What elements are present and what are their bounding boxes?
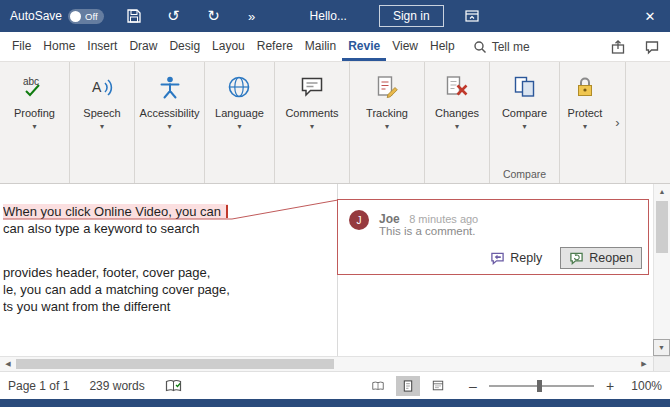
tab-review[interactable]: Revie bbox=[342, 32, 386, 61]
zoom-level[interactable]: 100% bbox=[626, 379, 662, 393]
status-bar: Page 1 of 1 239 words – + 100% bbox=[0, 371, 670, 399]
comments-panel-button[interactable] bbox=[644, 39, 660, 55]
comments-label: Comments bbox=[285, 107, 338, 119]
compare-button[interactable]: Compare ▾ bbox=[500, 62, 549, 131]
compare-icon bbox=[512, 74, 538, 100]
tell-me-box[interactable]: Tell me bbox=[473, 32, 530, 61]
comment-bubble-icon bbox=[644, 39, 660, 55]
vertical-scrollbar-thumb[interactable] bbox=[656, 201, 668, 253]
changes-button[interactable]: Changes ▾ bbox=[433, 62, 481, 131]
tab-draw[interactable]: Draw bbox=[123, 32, 163, 61]
dropdown-arrow-icon: ▾ bbox=[385, 122, 389, 131]
share-icon bbox=[610, 39, 626, 55]
comment-card[interactable]: J Joe 8 minutes ago This is a comment. R… bbox=[337, 199, 649, 275]
close-button[interactable]: ✕ bbox=[636, 0, 664, 32]
svg-text:abc: abc bbox=[23, 76, 39, 87]
accessibility-button[interactable]: Accessibility ▾ bbox=[138, 62, 202, 131]
tab-design[interactable]: Desig bbox=[163, 32, 206, 61]
avatar-initial: J bbox=[357, 215, 362, 226]
scroll-up-icon[interactable]: ▲ bbox=[654, 184, 670, 200]
ribbon-group-comments: Comments ▾ bbox=[275, 62, 350, 183]
page-indicator[interactable]: Page 1 of 1 bbox=[8, 379, 69, 393]
speech-label: Speech bbox=[83, 107, 120, 119]
ribbon-group-accessibility: Accessibility ▾ bbox=[135, 62, 205, 183]
tab-layout[interactable]: Layou bbox=[206, 32, 251, 61]
window-bottom-edge bbox=[0, 399, 670, 407]
zoom-slider-thumb[interactable] bbox=[537, 380, 542, 392]
save-button[interactable] bbox=[120, 0, 148, 32]
ribbon-group-compare: Compare ▾ Compare bbox=[490, 62, 560, 183]
speech-button[interactable]: A Speech ▾ bbox=[81, 62, 122, 131]
compare-label: Compare bbox=[502, 107, 547, 119]
horizontal-scrollbar-thumb[interactable] bbox=[16, 359, 334, 369]
tracking-label: Tracking bbox=[366, 107, 408, 119]
undo-button[interactable]: ↺ bbox=[160, 0, 188, 32]
protect-lock-icon bbox=[572, 74, 598, 100]
ribbon-group-speech: A Speech ▾ bbox=[70, 62, 135, 183]
ribbon-group-proofing: abc Proofing ▾ bbox=[0, 62, 70, 183]
document-line: When you click Online Video, you can bbox=[3, 203, 337, 220]
autosave-label: AutoSave bbox=[10, 9, 62, 23]
reply-icon bbox=[490, 251, 505, 265]
read-mode-button[interactable] bbox=[366, 376, 390, 396]
commented-text-highlight: When you click Online Video, you can bbox=[3, 204, 228, 219]
tab-home[interactable]: Home bbox=[37, 32, 81, 61]
comment-actions: Reply Reopen bbox=[482, 247, 642, 269]
search-icon bbox=[473, 40, 487, 54]
autosave-switch[interactable]: Off bbox=[68, 9, 104, 24]
protect-label: Protect bbox=[568, 107, 603, 119]
zoom-in-button[interactable]: + bbox=[603, 378, 617, 394]
chevron-right-icon: › bbox=[615, 115, 619, 130]
scroll-left-icon[interactable]: ◀ bbox=[0, 357, 16, 371]
ribbon-tab-row: File Home Insert Draw Desig Layou Refere… bbox=[0, 32, 670, 62]
document-canvas[interactable]: When you click Online Video, you can can… bbox=[0, 184, 337, 356]
scrollbar-corner bbox=[653, 357, 670, 371]
scroll-down-icon[interactable]: ▼ bbox=[653, 339, 670, 356]
proofing-button[interactable]: abc Proofing ▾ bbox=[12, 62, 57, 131]
horizontal-scrollbar[interactable]: ◀ ▶ bbox=[0, 356, 670, 371]
tracking-button[interactable]: Tracking ▾ bbox=[364, 62, 410, 131]
document-line: ts you want from the different bbox=[3, 298, 337, 315]
redo-button[interactable]: ↻ bbox=[200, 0, 228, 32]
tracking-icon bbox=[374, 74, 400, 100]
zoom-slider[interactable] bbox=[489, 385, 594, 387]
close-icon: ✕ bbox=[645, 9, 656, 24]
proofing-status-button[interactable] bbox=[165, 379, 182, 393]
autosave-toggle[interactable]: AutoSave Off bbox=[10, 9, 104, 24]
web-layout-button[interactable] bbox=[426, 376, 450, 396]
comments-button[interactable]: Comments ▾ bbox=[283, 62, 340, 131]
ribbon-display-options-button[interactable] bbox=[458, 0, 486, 32]
zoom-out-button[interactable]: – bbox=[466, 378, 480, 394]
reply-label: Reply bbox=[510, 251, 542, 265]
print-layout-button[interactable] bbox=[396, 376, 420, 396]
tab-insert[interactable]: Insert bbox=[81, 32, 123, 61]
proofing-icon: abc bbox=[21, 74, 47, 100]
ribbon-review: abc Proofing ▾ A Speech ▾ Accessibility … bbox=[0, 62, 670, 184]
sign-in-button[interactable]: Sign in bbox=[379, 5, 444, 27]
language-icon bbox=[226, 74, 252, 100]
language-label: Language bbox=[215, 107, 264, 119]
quick-access-overflow-button[interactable]: » bbox=[238, 0, 266, 32]
changes-icon bbox=[444, 74, 470, 100]
tab-references[interactable]: Refere bbox=[251, 32, 299, 61]
tab-help[interactable]: Help bbox=[424, 32, 461, 61]
scroll-right-icon[interactable]: ▶ bbox=[636, 357, 652, 371]
language-button[interactable]: Language ▾ bbox=[213, 62, 266, 131]
ribbon-scroll-right-button[interactable]: › bbox=[610, 62, 626, 183]
share-button[interactable] bbox=[610, 39, 626, 55]
tab-file[interactable]: File bbox=[6, 32, 37, 61]
ribbon-group-tracking: Tracking ▾ bbox=[350, 62, 425, 183]
reopen-button[interactable]: Reopen bbox=[560, 247, 642, 269]
tab-view[interactable]: View bbox=[386, 32, 424, 61]
word-count[interactable]: 239 words bbox=[89, 379, 144, 393]
protect-button[interactable]: Protect ▾ bbox=[566, 62, 605, 131]
read-mode-icon bbox=[372, 380, 384, 392]
vertical-scrollbar[interactable]: ▲ ▼ bbox=[653, 184, 670, 356]
dropdown-arrow-icon: ▾ bbox=[100, 122, 104, 131]
tab-mailings[interactable]: Mailin bbox=[299, 32, 342, 61]
document-line: provides header, footer, cover page, bbox=[3, 264, 337, 281]
window-options-icon bbox=[464, 8, 480, 24]
reopen-label: Reopen bbox=[589, 251, 633, 265]
web-layout-icon bbox=[432, 379, 444, 392]
reply-button[interactable]: Reply bbox=[482, 248, 550, 268]
